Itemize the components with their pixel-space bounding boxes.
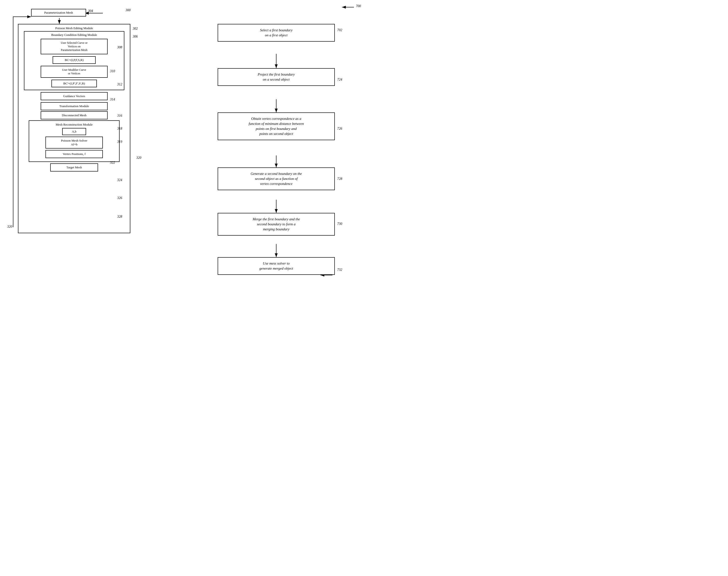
user-selected-box: User Selected Curve orVertices onParamet… <box>41 39 108 54</box>
ref-320-mesh: 320 <box>136 156 141 160</box>
disconnected-mesh-label: Disconnected Mesh <box>62 113 87 117</box>
user-modifier-label: User Modifier Curveor Vertices <box>62 68 86 75</box>
ref-314: 314 <box>110 97 115 102</box>
poisson-mesh-editing-label: Poisson Mesh Editing Module <box>20 26 128 30</box>
ref-316: 316 <box>117 114 122 118</box>
ref-726: 726 <box>337 127 342 131</box>
diagram-container: 300 Parameterization Mesh 304 Poisson Me… <box>0 0 364 288</box>
ref-724: 724 <box>337 78 342 82</box>
ref-326: 326 <box>117 196 122 200</box>
bc-box: BC=(I,P,F,S,R) <box>53 56 96 64</box>
disconnected-mesh-box: Disconnected Mesh <box>41 111 108 119</box>
vertex-positions-label: Vertex Positions, f <box>63 152 86 156</box>
target-mesh-box: Target Mesh <box>50 163 98 172</box>
right-box4-label: Generate a second boundary on thesecond … <box>251 172 302 185</box>
ref-322: 322 <box>110 161 115 165</box>
bc-prime-box: BC'=(I,P',F',S',R) <box>51 80 97 87</box>
ref-308: 308 <box>117 46 122 49</box>
right-box-2: Project the first boundaryon a second ob… <box>217 68 335 86</box>
ref-320-feedback: 320 <box>7 225 12 229</box>
transformation-module-box: Transformation Module <box>41 102 108 110</box>
transformation-module-label: Transformation Module <box>59 104 89 108</box>
right-box3-label: Obtain vertex correspondence as afunctio… <box>249 117 304 136</box>
poisson-solver-box: Poisson Mesh SolverAf=b <box>46 137 103 148</box>
target-mesh-label: Target Mesh <box>66 166 82 169</box>
right-box-3: Obtain vertex correspondence as afunctio… <box>217 112 335 140</box>
right-box-5: Merge the first boundary and thesecond b… <box>217 213 335 236</box>
right-box-1: Select a first boundaryon a first object <box>217 24 335 41</box>
guidance-vectors-box: Guidance Vectors <box>41 92 108 100</box>
right-box5-label: Merge the first boundary and thesecond b… <box>253 217 300 231</box>
right-box6-label: Use mess solver togenerate merged object <box>259 261 293 270</box>
parameterization-mesh-label: Parameterization Mesh <box>44 11 73 15</box>
ref-324: 324 <box>117 178 122 182</box>
bc-prime-label: BC'=(I,P',F',S',R) <box>63 82 85 85</box>
ref-306: 306 <box>133 35 138 38</box>
right-box1-label: Select a first boundaryon a first object <box>260 28 292 37</box>
ref-300: 300 <box>125 8 130 12</box>
ref-728: 728 <box>337 177 342 181</box>
boundary-condition-outer-box: Boundary Condition Editing Module User S… <box>24 31 124 90</box>
ref-730: 730 <box>337 222 342 226</box>
mesh-reconstruction-label: Mesh Reconstruction Module <box>31 123 117 126</box>
boundary-condition-label: Boundary Condition Editing Module <box>26 33 122 37</box>
right-box-6: Use mess solver togenerate merged object <box>217 257 335 275</box>
ref-312: 312 <box>117 83 122 86</box>
ab-label: A,b <box>72 129 76 133</box>
user-modifier-box: User Modifier Curveor Vertices <box>41 66 108 78</box>
ref-700: 700 <box>356 4 361 8</box>
ref-328: 328 <box>117 215 122 219</box>
poisson-solver-label: Poisson Mesh SolverAf=b <box>61 139 87 146</box>
ref-702: 702 <box>337 28 342 32</box>
ref-318: 318 <box>117 127 122 131</box>
ref-304: 304 <box>88 9 93 13</box>
bc-label: BC=(I,P,F,S,R) <box>65 58 84 62</box>
right-box2-label: Project the first boundaryon a second ob… <box>258 73 295 81</box>
mesh-reconstruction-outer-box: Mesh Reconstruction Module A,b Poisson M… <box>29 120 120 162</box>
ref-319: 319 <box>117 140 122 144</box>
user-selected-label: User Selected Curve orVertices onParamet… <box>61 41 88 52</box>
ref-732: 732 <box>337 268 342 272</box>
right-box-4: Generate a second boundary on thesecond … <box>217 168 335 190</box>
parameterization-mesh-box: Parameterization Mesh <box>31 9 86 17</box>
ref-310: 310 <box>110 69 115 73</box>
vertex-positions-box: Vertex Positions, f <box>46 150 103 158</box>
guidance-vectors-label: Guidance Vectors <box>63 94 85 98</box>
ab-box: A,b <box>62 128 86 135</box>
ref-302: 302 <box>133 27 138 31</box>
poisson-mesh-editing-outer-box: Poisson Mesh Editing Module Boundary Con… <box>18 24 130 233</box>
